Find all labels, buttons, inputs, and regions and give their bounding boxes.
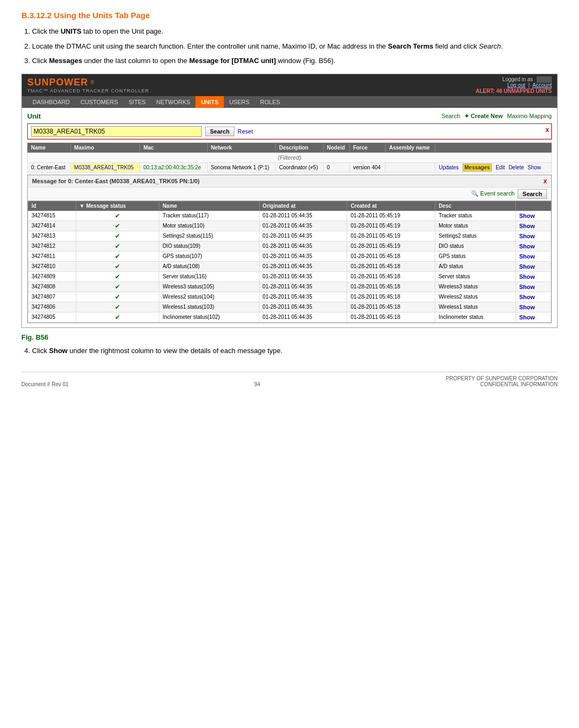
main-content: Unit Search ✦ Create New Maximo Mapping … [22, 108, 557, 327]
msg-cell-originated: 01-28-2011 05:44:35 [259, 312, 347, 322]
msg-show-btn[interactable]: Show [519, 304, 535, 310]
msg-show-btn[interactable]: Show [519, 314, 535, 320]
nav-users[interactable]: USERS [224, 96, 255, 108]
msg-col-show [516, 201, 551, 210]
nav-units[interactable]: UNITS [195, 96, 224, 108]
footer-confidential: CONFIDENTIAL INFORMATION [446, 381, 558, 387]
footer-page-number: 94 [254, 381, 260, 387]
search-button[interactable]: Search [205, 127, 234, 136]
account-link[interactable]: Account [533, 82, 552, 88]
msg-cell-created: 01-28-2011 05:45:18 [347, 281, 435, 292]
show-link[interactable]: Show [528, 165, 541, 170]
col-actions [435, 143, 552, 152]
filtered-row: (Filtered) [28, 152, 552, 162]
msg-cell-desc: Wireless3 status [435, 281, 516, 292]
msg-cell-desc: GPS status [435, 251, 516, 261]
reset-link[interactable]: Reset [238, 128, 253, 135]
msg-show-btn[interactable]: Show [519, 253, 535, 260]
msg-cell-desc: DIO status [435, 241, 516, 251]
msg-cell-created: 01-28-2011 05:45:18 [347, 302, 435, 312]
create-new-link[interactable]: ✦ Create New [464, 113, 503, 120]
message-table: Id ▼ Message status Name Originated at C… [28, 201, 551, 323]
event-search-link[interactable]: Event search [480, 190, 514, 197]
auth-links: Log out | Account [476, 82, 552, 88]
page-footer: Document # Rev 01 94 PROPERTY OF SUNPOWE… [21, 372, 558, 387]
msg-table-row: 34274808 ✔ Wireless3 status(105) 01-28-2… [28, 281, 551, 292]
nav-roles[interactable]: ROLES [255, 96, 285, 108]
msg-show-btn[interactable]: Show [519, 213, 535, 219]
msg-cell-created: 01-28-2011 05:45:18 [347, 312, 435, 322]
logo-text: SUNPOWER [27, 77, 88, 88]
logo-area: SUNPOWER ® TMAC™ ADVANCED TRACKER CONTRO… [27, 77, 149, 93]
msg-table-row: 34274812 ✔ DIO status(109) 01-28-2011 05… [28, 241, 551, 251]
search-link[interactable]: Search [441, 113, 460, 119]
message-window: Message for 0: Center-East (M0338_AREA01… [27, 175, 552, 323]
msg-cell-show[interactable]: Show [516, 221, 551, 231]
fig-label: Fig. B56 [21, 333, 558, 341]
msg-cell-show[interactable]: Show [516, 281, 551, 292]
msg-table-row: 34274810 ✔ A/D status(108) 01-28-2011 05… [28, 261, 551, 271]
msg-show-btn[interactable]: Show [519, 223, 535, 229]
msg-cell-originated: 01-28-2011 05:44:35 [259, 221, 347, 231]
msg-cell-desc: Tracker status [435, 210, 516, 221]
msg-show-btn[interactable]: Show [519, 263, 535, 270]
msg-cell-show[interactable]: Show [516, 210, 551, 221]
logo-sup: ® [90, 80, 94, 85]
msg-cell-name: DIO status(109) [159, 241, 259, 251]
delete-link[interactable]: Delete [508, 165, 524, 170]
col-description: Description [276, 143, 324, 152]
search-input[interactable] [31, 126, 202, 137]
instruction-1: Click the UNITS tab to open the Unit pag… [32, 26, 558, 37]
alert-text: ALERT: 46 UNMAPPED UNITS [476, 88, 552, 94]
nav-sites[interactable]: SITES [123, 96, 151, 108]
nav-bar: DASHBOARD CUSTOMERS SITES NETWORKS UNITS… [22, 96, 557, 108]
msg-cell-show[interactable]: Show [516, 312, 551, 322]
filtered-label: (Filtered) [28, 152, 552, 162]
logout-link[interactable]: Log out [507, 82, 525, 88]
nav-customers[interactable]: CUSTOMERS [75, 96, 123, 108]
col-mac: Mac [140, 143, 207, 152]
close-x-search[interactable]: x [545, 126, 549, 134]
msg-show-btn[interactable]: Show [519, 233, 535, 239]
msg-show-btn[interactable]: Show [519, 284, 535, 290]
cell-description: Coordinator (≠5) [276, 162, 324, 172]
msg-cell-name: Wireless1 status(103) [159, 302, 259, 312]
msg-show-btn[interactable]: Show [519, 294, 535, 300]
msg-cell-originated: 01-28-2011 05:44:35 [259, 261, 347, 271]
cell-actions: Updates Messages Edit Delete Show [435, 162, 552, 172]
msg-cell-show[interactable]: Show [516, 302, 551, 312]
edit-link[interactable]: Edit [496, 165, 505, 170]
msg-cell-name: GPS status(107) [159, 251, 259, 261]
msg-cell-name: Wireless3 status(105) [159, 281, 259, 292]
col-nodeid: Nodeid [323, 143, 349, 152]
messages-link[interactable]: Messages [463, 163, 492, 171]
msg-show-btn[interactable]: Show [519, 243, 535, 249]
updates-link[interactable]: Updates [439, 165, 458, 170]
msg-show-btn[interactable]: Show [519, 273, 535, 280]
msg-cell-originated: 01-28-2011 05:44:35 [259, 251, 347, 261]
footer-right: PROPERTY OF SUNPOWER CORPORATION CONFIDE… [446, 375, 558, 387]
message-window-close[interactable]: x [543, 177, 547, 185]
instruction-2: Locate the DTMAC unit using the search f… [32, 41, 558, 52]
instruction-4: Click Show under the rightmost column to… [32, 346, 558, 356]
logged-in-info: Logged in as ████ [476, 76, 552, 82]
msg-cell-name: Settings2 status(115) [159, 231, 259, 241]
msg-cell-show[interactable]: Show [516, 241, 551, 251]
maximo-mapping-link[interactable]: Maximo Mapping [507, 113, 552, 119]
msg-cell-show[interactable]: Show [516, 261, 551, 271]
nav-dashboard[interactable]: DASHBOARD [27, 96, 75, 108]
col-network: Network [207, 143, 276, 152]
msg-cell-show[interactable]: Show [516, 271, 551, 281]
units-table-header-row: Name Maximo Mac Network Description Node… [28, 143, 552, 152]
msg-cell-created: 01-28-2011 05:45:19 [347, 210, 435, 221]
message-search-button[interactable]: Search [518, 189, 547, 199]
col-name: Name [28, 143, 71, 152]
step4-list: Click Show under the rightmost column to… [32, 346, 558, 356]
msg-cell-show[interactable]: Show [516, 251, 551, 261]
nav-networks[interactable]: NETWORKS [151, 96, 196, 108]
msg-cell-originated: 01-28-2011 05:44:35 [259, 271, 347, 281]
msg-cell-show[interactable]: Show [516, 292, 551, 302]
msg-col-status: ▼ Message status [76, 201, 159, 210]
top-bar-right: Logged in as ████ Log out | Account ALER… [476, 76, 552, 94]
msg-cell-show[interactable]: Show [516, 231, 551, 241]
